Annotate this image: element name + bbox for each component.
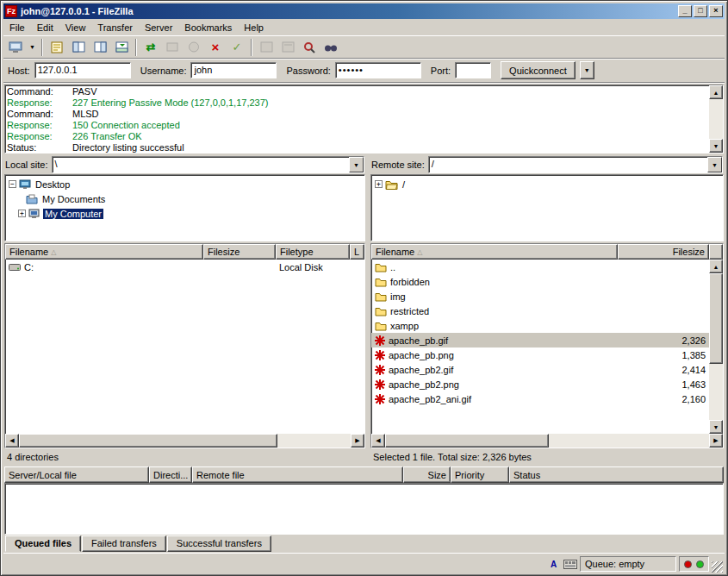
scroll-up-icon[interactable]: ▲ xyxy=(709,260,723,273)
menu-server[interactable]: Server xyxy=(139,21,178,34)
password-label: Password: xyxy=(286,66,330,76)
site-manager-dropdown-button[interactable]: ▼ xyxy=(27,38,38,57)
encryption-indicator-icon[interactable] xyxy=(563,558,577,571)
toggle-message-log-button[interactable] xyxy=(47,38,67,57)
remote-file-row[interactable]: forbidden xyxy=(371,274,709,289)
minimize-button[interactable]: _ xyxy=(678,5,692,17)
directory-comparison-button[interactable] xyxy=(299,38,320,57)
remote-file-row-selected[interactable]: apache_pb.gif 2,326 xyxy=(371,333,709,347)
host-input[interactable]: 127.0.0.1 xyxy=(34,62,131,78)
column-header-size[interactable]: Size xyxy=(403,466,451,483)
column-header-direction[interactable]: Directi... xyxy=(149,466,192,483)
filezilla-window: Fz john@127.0.0.1 - FileZilla _ □ × File… xyxy=(0,0,728,576)
remote-file-row[interactable]: img xyxy=(371,289,709,304)
scrollbar-thumb[interactable] xyxy=(709,273,723,364)
maximize-button[interactable]: □ xyxy=(694,5,707,17)
password-input[interactable]: •••••• xyxy=(335,62,421,78)
menu-edit[interactable]: Edit xyxy=(31,21,59,34)
toolbar-separator xyxy=(251,39,252,56)
menu-file[interactable]: File xyxy=(3,21,31,34)
cancel-operation-button[interactable]: × xyxy=(205,38,226,57)
title-bar[interactable]: Fz john@127.0.0.1 - FileZilla _ □ × xyxy=(3,3,725,19)
scrollbar-thumb[interactable] xyxy=(19,434,277,448)
remote-file-row[interactable]: xampp xyxy=(371,318,709,333)
column-header-server-local-file[interactable]: Server/Local file xyxy=(4,466,149,483)
toggle-remote-tree-button[interactable] xyxy=(90,38,110,57)
scroll-up-icon[interactable]: ▲ xyxy=(709,85,723,99)
expand-icon[interactable]: + xyxy=(18,210,26,217)
process-queue-button[interactable] xyxy=(162,38,183,57)
chevron-down-icon[interactable]: ▼ xyxy=(707,157,722,172)
scroll-down-icon[interactable]: ▼ xyxy=(709,139,723,153)
column-header-remote-file[interactable]: Remote file xyxy=(192,466,403,483)
column-header-status[interactable]: Status xyxy=(509,466,724,483)
chevron-down-icon[interactable]: ▼ xyxy=(349,157,364,172)
folder-icon xyxy=(375,262,387,272)
remote-file-row[interactable]: apache_pb2_ani.gif 2,160 xyxy=(371,391,709,406)
log-line: Status:Directory listing successful xyxy=(7,142,707,153)
quickconnect-button[interactable]: Quickconnect xyxy=(501,61,576,79)
scroll-left-icon[interactable]: ◀ xyxy=(5,434,19,448)
broken-image-icon xyxy=(375,379,385,390)
tree-item-label: / xyxy=(401,179,407,190)
column-header-priority[interactable]: Priority xyxy=(451,466,509,483)
log-vertical-scrollbar[interactable]: ▲ ▼ xyxy=(709,85,723,153)
remote-horizontal-scrollbar[interactable]: ◀ ▶ xyxy=(371,434,723,448)
column-header-filesize[interactable]: Filesize xyxy=(203,244,276,260)
abort-transfer-button[interactable] xyxy=(184,38,204,57)
transfer-type-indicator-icon[interactable]: A xyxy=(547,558,561,571)
toggle-queue-button[interactable] xyxy=(111,38,132,57)
column-header-filesize[interactable]: Filesize xyxy=(618,244,709,260)
disconnect-button[interactable]: ✓ xyxy=(227,38,247,57)
toggle-local-tree-button[interactable] xyxy=(68,38,89,57)
scroll-right-icon[interactable]: ▶ xyxy=(709,434,723,448)
menu-bookmarks[interactable]: Bookmarks xyxy=(178,21,238,34)
scroll-left-icon[interactable]: ◀ xyxy=(371,434,385,448)
local-horizontal-scrollbar[interactable]: ◀ ▶ xyxy=(5,434,364,448)
close-button[interactable]: × xyxy=(709,5,723,17)
menu-help[interactable]: Help xyxy=(238,21,270,34)
queue-tabs: Queued files Failed transfers Successful… xyxy=(3,535,725,553)
tab-queued-files[interactable]: Queued files xyxy=(5,535,81,552)
scrollbar-thumb[interactable] xyxy=(385,434,549,448)
local-file-row[interactable]: C: Local Disk xyxy=(5,260,364,274)
tree-item-desktop[interactable]: − Desktop xyxy=(5,177,364,191)
username-input[interactable]: john xyxy=(190,62,277,78)
column-header-filetype[interactable]: Filetype xyxy=(276,244,350,260)
tab-successful-transfers[interactable]: Successful transfers xyxy=(167,535,271,552)
tree-item-root[interactable]: + / xyxy=(371,177,723,191)
local-tree-icon xyxy=(72,41,85,53)
site-manager-button[interactable] xyxy=(5,38,26,57)
reconnect-button[interactable] xyxy=(256,38,277,57)
remote-file-row[interactable]: apache_pb.png 1,385 xyxy=(371,347,709,362)
menu-view[interactable]: View xyxy=(59,21,92,34)
remote-file-row[interactable]: restricted xyxy=(371,304,709,318)
message-log-lines: Command:PASV Response:227 Entering Passi… xyxy=(5,85,709,153)
quickconnect-bar: Host: 127.0.0.1 Username: john Password:… xyxy=(3,59,725,83)
remote-file-row[interactable]: apache_pb2.png 1,463 xyxy=(371,377,709,391)
quickconnect-dropdown-button[interactable]: ▼ xyxy=(580,61,594,79)
tree-item-my-computer[interactable]: + My Computer xyxy=(5,206,364,221)
port-input[interactable] xyxy=(455,62,491,78)
column-header-filename[interactable]: Filename△ xyxy=(5,244,203,260)
collapse-icon[interactable]: − xyxy=(9,180,16,188)
transfer-queue-list[interactable] xyxy=(4,483,724,535)
local-site-label: Local site: xyxy=(5,160,48,170)
filter-button[interactable] xyxy=(277,38,298,57)
find-files-button[interactable] xyxy=(320,38,341,57)
tab-failed-transfers[interactable]: Failed transfers xyxy=(82,535,166,552)
scroll-right-icon[interactable]: ▶ xyxy=(351,434,364,448)
remote-file-row[interactable]: apache_pb2.gif 2,414 xyxy=(371,362,709,377)
resize-grip[interactable] xyxy=(712,561,723,573)
menu-transfer[interactable]: Transfer xyxy=(91,21,139,34)
remote-vertical-scrollbar[interactable]: ▲ ▼ xyxy=(709,260,723,434)
column-header-filename[interactable]: Filename△ xyxy=(371,244,618,260)
remote-site-combobox[interactable]: / ▼ xyxy=(428,156,723,173)
refresh-button[interactable]: ⇄ xyxy=(140,38,161,57)
remote-file-row[interactable]: .. xyxy=(371,260,709,274)
tree-item-my-documents[interactable]: My Documents xyxy=(5,191,364,206)
local-site-combobox[interactable]: \ ▼ xyxy=(52,156,364,173)
expand-icon[interactable]: + xyxy=(375,180,383,188)
column-header-lastmodified[interactable]: L xyxy=(350,244,364,260)
scroll-down-icon[interactable]: ▼ xyxy=(709,420,723,434)
